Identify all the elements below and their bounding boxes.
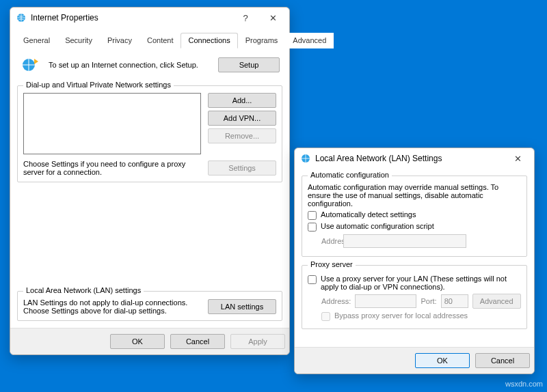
auto-detect-checkbox[interactable]	[308, 211, 317, 220]
close-button[interactable]: ✕	[504, 149, 531, 168]
tab-general[interactable]: General	[16, 33, 57, 48]
lan-group: Local Area Network (LAN) settings LAN Se…	[17, 291, 282, 321]
use-proxy-checkbox[interactable]	[308, 275, 317, 284]
internet-properties-window: Internet Properties ? ✕ General Security…	[10, 7, 290, 355]
use-proxy-label: Use a proxy server for your LAN (These s…	[321, 275, 521, 291]
use-proxy-check[interactable]: Use a proxy server for your LAN (These s…	[308, 275, 521, 291]
auto-config-group: Automatic configuration Automatic config…	[302, 176, 527, 257]
proxy-address-label: Address:	[321, 297, 351, 305]
bottom-bar: OK Cancel	[295, 347, 534, 374]
lan-settings-window: Local Area Network (LAN) Settings ✕ Auto…	[294, 148, 535, 374]
use-script-label: Use automatic configuration script	[321, 222, 434, 230]
bottom-bar: OK Cancel Apply	[10, 328, 289, 354]
cancel-button[interactable]: Cancel	[170, 334, 225, 349]
tabs-bar: General Security Privacy Content Connect…	[16, 32, 284, 48]
titlebar[interactable]: Internet Properties ? ✕	[10, 8, 289, 28]
settings-button: Settings	[208, 160, 276, 176]
watermark: wsxdn.com	[505, 380, 543, 388]
proxy-port-label: Port:	[421, 297, 436, 305]
bypass-check: Bypass proxy server for local addresses	[308, 311, 521, 321]
use-script-checkbox[interactable]	[308, 223, 317, 232]
close-button[interactable]: ✕	[259, 8, 286, 27]
tab-connections[interactable]: Connections	[181, 33, 237, 48]
proxy-legend: Proxy server	[308, 260, 356, 268]
lan-note: LAN Settings do not apply to dial-up con…	[23, 298, 201, 315]
script-address-input	[343, 234, 466, 248]
tab-advanced[interactable]: Advanced	[285, 33, 334, 48]
proxy-advanced-button: Advanced	[472, 294, 521, 309]
tab-programs[interactable]: Programs	[238, 33, 286, 48]
auto-config-note: Automatic configuration may override man…	[308, 183, 521, 208]
tab-privacy[interactable]: Privacy	[100, 33, 139, 48]
bypass-label: Bypass proxy server for local addresses	[334, 311, 468, 320]
setup-button[interactable]: Setup	[218, 57, 280, 72]
cancel-button[interactable]: Cancel	[475, 353, 530, 368]
proxy-port-input	[441, 294, 468, 308]
globe-wizard-icon	[20, 54, 42, 76]
window-title: Internet Properties	[31, 13, 232, 23]
window-title: Local Area Network (LAN) Settings	[315, 154, 504, 163]
tab-content[interactable]: Content	[139, 33, 181, 48]
script-address-label: Address	[308, 237, 339, 245]
bypass-checkbox	[321, 312, 330, 321]
auto-detect-check[interactable]: Automatically detect settings	[308, 210, 521, 220]
auto-config-legend: Automatic configuration	[308, 171, 392, 179]
tab-security[interactable]: Security	[57, 33, 100, 48]
internet-options-icon	[16, 12, 27, 23]
add-vpn-button[interactable]: Add VPN...	[208, 111, 276, 126]
internet-options-icon	[300, 153, 311, 164]
titlebar[interactable]: Local Area Network (LAN) Settings ✕	[295, 148, 534, 169]
add-button[interactable]: Add...	[208, 93, 276, 108]
lan-legend: Local Area Network (LAN) settings	[23, 286, 144, 294]
help-button[interactable]: ?	[232, 8, 259, 27]
lan-settings-button[interactable]: LAN settings	[208, 299, 276, 314]
connections-listbox[interactable]	[23, 93, 201, 154]
dialup-legend: Dial-up and Virtual Private Network sett…	[23, 81, 174, 89]
proxy-group: Proxy server Use a proxy server for your…	[302, 265, 527, 329]
remove-button: Remove...	[208, 128, 276, 143]
ok-button[interactable]: OK	[110, 334, 165, 349]
dialup-group: Dial-up and Virtual Private Network sett…	[17, 85, 282, 182]
auto-detect-label: Automatically detect settings	[321, 210, 416, 219]
proxy-address-input	[355, 294, 416, 308]
ok-button[interactable]: OK	[415, 353, 470, 368]
dialup-note: Choose Settings if you need to configure…	[23, 160, 201, 176]
apply-button: Apply	[230, 334, 285, 349]
setup-text: To set up an Internet connection, click …	[49, 61, 211, 69]
use-script-check[interactable]: Use automatic configuration script	[308, 222, 521, 232]
